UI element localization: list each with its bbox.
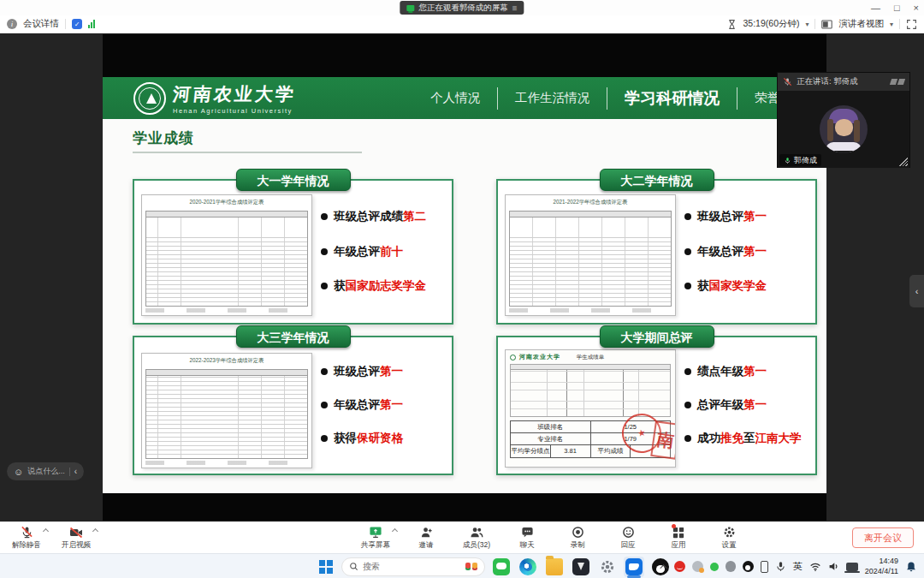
- tray-mic-icon[interactable]: [775, 561, 786, 572]
- taskbar-app-dark[interactable]: [571, 557, 591, 577]
- taskbar-app-meeting-active[interactable]: [624, 557, 644, 577]
- reactions-button[interactable]: 回应: [610, 526, 646, 551]
- meeting-details-button[interactable]: 会议详情: [23, 18, 59, 30]
- bullet-item: 获国家奖学金: [684, 279, 810, 294]
- chat-quick-input[interactable]: ☺ 说点什么... ‹: [7, 462, 84, 480]
- gallery-view-icon[interactable]: [891, 79, 904, 85]
- transcript-grid: [510, 364, 671, 417]
- collapse-chat-icon[interactable]: ‹: [74, 467, 77, 476]
- resize-handle[interactable]: [897, 156, 908, 166]
- transcript-avg-label: 平均成绩: [591, 445, 631, 457]
- tray-music-icon[interactable]: [674, 561, 685, 572]
- view-mode-dropdown-icon[interactable]: ▾: [890, 21, 893, 28]
- network-signal-icon[interactable]: [88, 20, 95, 28]
- invite-button[interactable]: 邀请: [408, 526, 444, 551]
- tray-qq-icon[interactable]: [743, 561, 754, 572]
- start-button[interactable]: [315, 557, 335, 577]
- panel-year3-header: 大三学年情况: [236, 325, 351, 348]
- red-stamp-block: 南: [650, 420, 676, 460]
- score-table-grid: [509, 211, 672, 307]
- close-button[interactable]: ×: [914, 3, 919, 13]
- speaker-panel-header: 正在讲话: 郭倚成: [778, 73, 909, 91]
- bullet-dot-icon: [684, 368, 691, 375]
- windows-taskbar: 搜索: [0, 553, 924, 578]
- members-button[interactable]: 成员(32): [459, 526, 495, 551]
- record-button[interactable]: 录制: [560, 526, 595, 551]
- bullet-item: 获国家励志奖学金: [321, 279, 447, 294]
- start-video-button[interactable]: 开启视频: [58, 526, 94, 551]
- banner-menu-icon[interactable]: ≡: [512, 3, 518, 13]
- search-placeholder: 搜索: [363, 561, 461, 573]
- members-label: 成员(32): [463, 540, 490, 551]
- mic-options-chevron[interactable]: [43, 527, 49, 533]
- bullet-item: 年级总评第一: [321, 398, 447, 413]
- shared-screen-region: 河南农业大学 Henan Agricultural University 个人情…: [103, 34, 826, 521]
- sidebar-collapse-tab[interactable]: ‹: [909, 275, 924, 307]
- apps-notification-dot: [672, 524, 676, 528]
- slide-section-title: 学业成绩: [133, 128, 194, 148]
- taskbar-app-edge[interactable]: [518, 557, 538, 577]
- share-screen-button[interactable]: 共享屏幕: [358, 526, 394, 551]
- score-table-grid: [145, 369, 308, 459]
- score-table-title: 2020-2021学年综合成绩评定表: [151, 196, 303, 206]
- watching-banner[interactable]: 您正在观看郭倚成的屏幕 ≡: [400, 1, 524, 15]
- taskbar-app-wechat[interactable]: [491, 557, 512, 577]
- gear-icon: [723, 526, 736, 539]
- panel-overall: 大学期间总评 河南农业大学 学生成绩单 班级排名 1/25: [496, 336, 817, 475]
- stage-area: 河南农业大学 Henan Agricultural University 个人情…: [0, 33, 924, 521]
- maximize-button[interactable]: □: [894, 3, 900, 13]
- unmute-label: 解除静音: [12, 540, 41, 551]
- slide-tab-study-active: 学习科研情况: [607, 87, 737, 109]
- video-options-chevron[interactable]: [92, 527, 98, 533]
- emoji-icon[interactable]: ☺: [14, 467, 23, 477]
- chat-placeholder[interactable]: 说点什么...: [27, 466, 65, 477]
- taskbar-app-explorer[interactable]: [544, 557, 565, 577]
- chat-button[interactable]: 聊天: [509, 526, 545, 551]
- panel-year3-bullets: 班级总评第一年级总评第一获得保研资格: [321, 346, 447, 465]
- edge-browser-icon: [519, 558, 536, 575]
- unmute-button[interactable]: 解除静音: [9, 526, 44, 551]
- view-mode-button[interactable]: 演讲者视图: [838, 18, 884, 30]
- bullet-item: 获得保研资格: [321, 432, 447, 446]
- wifi-icon[interactable]: [809, 561, 821, 572]
- apps-button[interactable]: 应用: [660, 526, 696, 551]
- timer-dropdown-icon[interactable]: ▾: [805, 21, 808, 28]
- notification-bell-icon[interactable]: [905, 561, 917, 573]
- taskbar-app-settings[interactable]: [597, 557, 618, 577]
- security-shield-icon[interactable]: ✓: [72, 19, 82, 29]
- tray-wechat-dot-icon[interactable]: [710, 563, 719, 571]
- panel-year1: 大一学年情况 2020-2021学年综合成绩评定表 班级总评成绩第二年级总评前十…: [133, 179, 453, 325]
- share-options-chevron[interactable]: [392, 527, 398, 533]
- taskbar-search-box[interactable]: 搜索: [341, 557, 485, 576]
- chat-icon: [521, 526, 534, 539]
- tray-phone-icon[interactable]: [761, 561, 768, 573]
- leave-meeting-button[interactable]: 离开会议: [852, 527, 914, 548]
- speaker-video-panel[interactable]: 正在讲话: 郭倚成 郭倚成: [777, 72, 910, 168]
- tray-sync-icon[interactable]: [692, 561, 703, 572]
- transcript-title: 学生成绩单: [506, 354, 675, 361]
- tray-mouse-icon[interactable]: [726, 561, 736, 572]
- panel-year2-bullets: 班级总评第一年级总评第一获国家奖学金: [684, 189, 810, 314]
- fullscreen-icon[interactable]: [906, 19, 917, 30]
- dark-app-icon: [572, 558, 589, 575]
- ime-indicator[interactable]: 英: [793, 560, 803, 573]
- bullet-dot-icon: [321, 402, 328, 408]
- score-table-image-year3: 2022-2023学年综合成绩评定表: [141, 353, 312, 468]
- bullet-item: 绩点年级第一: [684, 365, 810, 379]
- mic-muted-icon: [21, 526, 33, 539]
- mic-muted-icon: [783, 77, 792, 86]
- tray-device-icon[interactable]: [846, 563, 858, 571]
- score-table-grid: [145, 211, 308, 307]
- taskbar-clock[interactable]: 14:49 2024/4/11: [865, 557, 898, 576]
- settings-button[interactable]: 设置: [711, 526, 747, 551]
- divider: [814, 19, 815, 29]
- window-controls: — □ ×: [871, 0, 919, 15]
- slide-header: 河南农业大学 Henan Agricultural University 个人情…: [103, 77, 826, 119]
- slide-tab-worklife: 工作生活情况: [498, 90, 607, 106]
- invite-label: 邀请: [419, 540, 434, 551]
- bullet-item: 总评年级第一: [684, 398, 810, 413]
- transcript-row-label: 专业排名: [511, 433, 591, 444]
- university-logo: [133, 82, 166, 115]
- minimize-button[interactable]: —: [871, 3, 880, 13]
- speaker-icon[interactable]: [828, 561, 839, 572]
